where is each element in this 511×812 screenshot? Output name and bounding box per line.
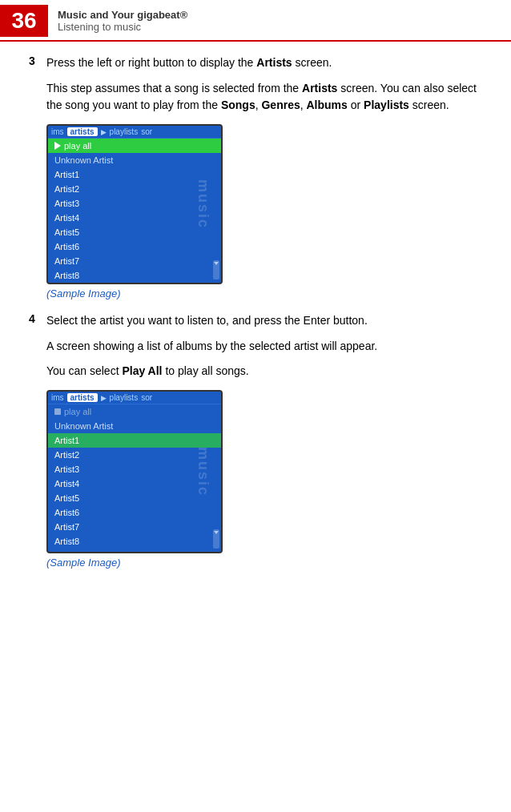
screen1-nav-artists: artists [67,127,98,136]
step4-row: 4 Select the artist you want to listen t… [29,312,482,330]
screen1-item-artist5: Artist5 [48,225,221,239]
screen1-nav-arrow: ▶ [101,128,107,136]
screen2-scroll [213,529,219,549]
header-title: Music and Your gigabeat® [58,9,187,21]
step4-text: Select the artist you want to listen to,… [46,312,368,330]
step3-body: This step assumes that a song is selecte… [46,80,482,115]
screen2-item-play-all: play all [48,404,221,419]
page-number: 36 [0,5,48,37]
screen2-item-artist8: Artist8 [48,534,221,549]
screen1-item-artist4: Artist4 [48,211,221,225]
screen2-image: ims artists ▶ playlists sor play all Unk… [46,390,223,553]
screen2-caption: (Sample Image) [46,557,482,569]
screen2-item-artist1: Artist1 [48,433,221,448]
screen2-item-unknown-artist: Unknown Artist [48,419,221,433]
step3-number: 3 [29,54,46,72]
step4-para2: You can select Play All to play all song… [46,363,482,380]
page-header: 36 Music and Your gigabeat® Listening to… [0,0,511,42]
header-text: Music and Your gigabeat® Listening to mu… [48,5,187,37]
screen2-item-artist6: Artist6 [48,505,221,520]
screen2-nav-ims: ims [51,393,64,402]
screen2-item-artist5: Artist5 [48,491,221,505]
screen2-list: play all Unknown Artist Artist1 Artist2 … [48,404,221,549]
screen2-item-artist3: Artist3 [48,462,221,476]
header-subtitle: Listening to music [58,21,187,33]
scroll2-arrow [214,531,219,534]
page-content: 3 Press the left or right button to disp… [0,42,511,594]
screen2-item-artist4: Artist4 [48,476,221,491]
screen2-nav-playlists: playlists [110,393,139,402]
step4-number: 4 [29,312,46,330]
scroll-arrow [214,262,219,265]
screen1-scroll [213,260,219,279]
screen2-item-artist2: Artist2 [48,448,221,462]
screen1-nav-ims: ims [51,127,64,136]
screen2-nav: ims artists ▶ playlists sor [48,392,221,404]
step3-text: Press the left or right button to displa… [46,54,332,72]
dim-play-icon [54,408,61,415]
screen1-list: play all Unknown Artist Artist1 Artist2 … [48,139,221,283]
screen1-item-unknown-artist: Unknown Artist [48,153,221,167]
screen1-item-play-all: play all [48,139,221,153]
screen1-nav-playlists: playlists [110,127,139,136]
screen1-nav-sor: sor [141,127,152,136]
screen1-item-artist1: Artist1 [48,167,221,182]
screen1-caption: (Sample Image) [46,287,482,299]
screen1-item-artist6: Artist6 [48,239,221,254]
screen2-nav-artists: artists [67,393,98,402]
screen2-nav-sor: sor [141,393,152,402]
screen1-item-artist2: Artist2 [48,182,221,196]
step3-row: 3 Press the left or right button to disp… [29,54,482,72]
play-icon [54,142,61,150]
step4-para1: A screen showing a list of albums by the… [46,338,482,356]
screen1-image: ims artists ▶ playlists sor play all Unk… [46,124,223,284]
screen2-item-artist7: Artist7 [48,520,221,534]
screen1-nav: ims artists ▶ playlists sor [48,126,221,139]
screen1-item-artist8: Artist8 [48,268,221,283]
screen2-nav-arrow: ▶ [101,394,107,402]
screen1-item-artist3: Artist3 [48,196,221,211]
screen1-item-artist7: Artist7 [48,254,221,268]
